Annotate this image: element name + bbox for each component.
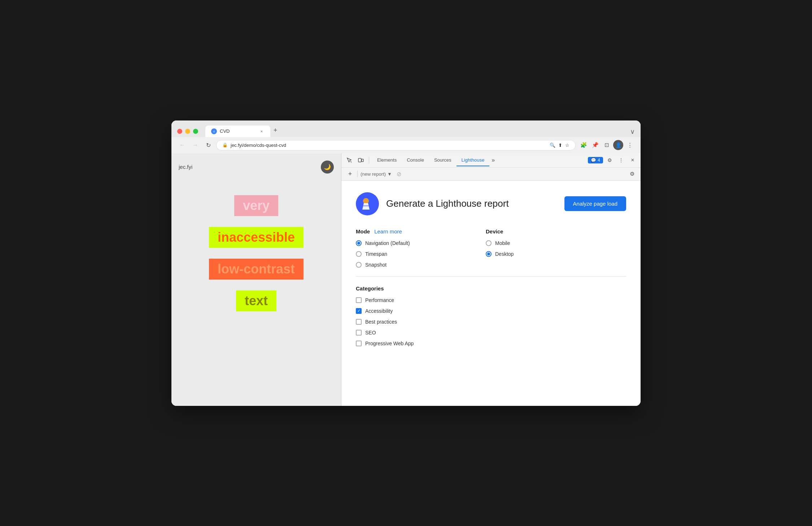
issues-badge[interactable]: 💬 4: [588, 157, 603, 163]
device-toggle-button[interactable]: [356, 155, 366, 165]
accessibility-label: Accessibility: [365, 308, 393, 314]
tab-lighthouse[interactable]: Lighthouse: [457, 154, 490, 166]
more-tabs-button[interactable]: »: [489, 155, 497, 165]
analyze-page-load-button[interactable]: Analyze page load: [564, 196, 626, 211]
very-text: very: [243, 198, 270, 213]
tab-sources[interactable]: Sources: [429, 154, 457, 166]
lighthouse-add-button[interactable]: +: [346, 170, 354, 178]
tab-title: CVD: [220, 128, 256, 134]
lighthouse-title: Generate a Lighthouse report: [386, 198, 557, 209]
address-text: jec.fyi/demo/cds-quest-cvd: [231, 143, 547, 148]
device-header: Device: [486, 228, 587, 234]
maximize-traffic-light[interactable]: [193, 129, 198, 134]
forward-button[interactable]: →: [190, 140, 200, 150]
window-controls-end[interactable]: ∨: [630, 128, 635, 136]
timespan-label: Timespan: [365, 251, 387, 257]
navigation-radio[interactable]: [356, 240, 362, 246]
content-area: jec.fyi 🌙 very inaccessible low-contrast…: [171, 153, 641, 406]
category-best-practices[interactable]: Best practices: [356, 319, 626, 325]
tab-console[interactable]: Console: [402, 154, 429, 166]
seo-label: SEO: [365, 330, 376, 336]
categories-section: Categories Performance ✓ Accessibility: [356, 285, 626, 346]
devtools-panel: Elements Console Sources Lighthouse »: [341, 153, 641, 406]
mode-navigation[interactable]: Navigation (Default): [356, 240, 457, 246]
device-section: Device Mobile Desktop: [486, 228, 587, 268]
performance-checkbox[interactable]: [356, 297, 362, 303]
toolbar-separator: [369, 157, 369, 164]
webpage-header: jec.fyi 🌙: [171, 161, 341, 174]
more-options-button[interactable]: ⋮: [625, 140, 635, 150]
address-bar[interactable]: 🔒 jec.fyi/demo/cds-quest-cvd 🔍 ⬆ ☆: [216, 140, 576, 150]
browser-window: d CVD × + ∨ ← → ↻ 🔒 jec.fyi/demo/cds-que…: [171, 120, 641, 406]
issues-count: 4: [598, 158, 600, 163]
back-button[interactable]: ←: [177, 140, 187, 150]
split-screen-icon[interactable]: ⊡: [602, 140, 612, 150]
pwa-label: Progressive Web App: [365, 341, 414, 346]
webpage-content: very inaccessible low-contrast text: [171, 188, 341, 319]
best-practices-label: Best practices: [365, 319, 397, 325]
snapshot-label: Snapshot: [365, 262, 387, 268]
tab-close-button[interactable]: ×: [259, 128, 265, 134]
text-low-contrast: low-contrast: [209, 259, 304, 280]
report-selector[interactable]: (new report) ▼: [361, 171, 392, 177]
pwa-checkbox[interactable]: [356, 341, 362, 346]
dark-mode-button[interactable]: 🌙: [321, 161, 334, 174]
category-accessibility[interactable]: ✓ Accessibility: [356, 308, 626, 314]
devtools-more-button[interactable]: ⋮: [616, 155, 626, 165]
mode-section: Mode Learn more Navigation (Default) Tim…: [356, 228, 457, 268]
seo-checkbox[interactable]: [356, 330, 362, 336]
lighthouse-main-content: Generate a Lighthouse report Analyze pag…: [341, 181, 641, 406]
nav-bar: ← → ↻ 🔒 jec.fyi/demo/cds-quest-cvd 🔍 ⬆ ☆…: [171, 137, 641, 153]
lock-icon: 🔒: [222, 143, 228, 148]
section-divider: [356, 276, 626, 277]
timespan-radio[interactable]: [356, 251, 362, 257]
traffic-lights: [177, 129, 198, 134]
lighthouse-subtoolbar: + (new report) ▼ ⊘ ⚙: [341, 168, 641, 181]
mode-timespan[interactable]: Timespan: [356, 251, 457, 257]
pin-icon[interactable]: 📌: [590, 140, 600, 150]
extensions-icon[interactable]: 🧩: [579, 140, 589, 150]
nav-actions: 🧩 📌 ⊡ 👤 ⋮: [579, 140, 635, 150]
devtools-close-button[interactable]: ×: [628, 155, 638, 165]
device-mobile[interactable]: Mobile: [486, 240, 587, 246]
reload-button[interactable]: ↻: [203, 140, 213, 150]
devtools-toolbar: Elements Console Sources Lighthouse »: [341, 153, 641, 168]
issues-icon: 💬: [591, 158, 596, 163]
mode-snapshot[interactable]: Snapshot: [356, 262, 457, 268]
snapshot-radio[interactable]: [356, 262, 362, 268]
tab-elements[interactable]: Elements: [372, 154, 402, 166]
svg-rect-4: [362, 159, 363, 162]
close-traffic-light[interactable]: [177, 129, 182, 134]
learn-more-link[interactable]: Learn more: [374, 228, 402, 234]
text-very: very: [234, 195, 278, 216]
device-desktop[interactable]: Desktop: [486, 251, 587, 257]
mode-header: Mode Learn more: [356, 228, 457, 234]
report-placeholder: (new report): [361, 171, 386, 177]
low-contrast-text: low-contrast: [218, 262, 295, 276]
inspect-element-button[interactable]: [344, 155, 354, 165]
device-title: Device: [486, 228, 503, 234]
mobile-label: Mobile: [495, 240, 510, 246]
block-button[interactable]: ⊘: [395, 170, 403, 178]
best-practices-checkbox[interactable]: [356, 319, 362, 325]
mobile-radio[interactable]: [486, 240, 492, 246]
devtools-tabs: Elements Console Sources Lighthouse »: [372, 154, 586, 166]
category-performance[interactable]: Performance: [356, 297, 626, 303]
minimize-traffic-light[interactable]: [185, 129, 190, 134]
accessibility-checkbox[interactable]: ✓: [356, 308, 362, 314]
text-inaccessible: inaccessible: [209, 227, 304, 248]
devtools-settings-button[interactable]: ⚙: [604, 155, 615, 165]
profile-button[interactable]: 👤: [613, 140, 623, 150]
webpage-panel: jec.fyi 🌙 very inaccessible low-contrast…: [171, 153, 341, 406]
lighthouse-logo: [356, 192, 379, 215]
mode-device-row: Mode Learn more Navigation (Default) Tim…: [356, 228, 626, 268]
lh-settings-button[interactable]: ⚙: [628, 170, 636, 178]
desktop-radio[interactable]: [486, 251, 492, 257]
svg-text:d: d: [213, 130, 215, 133]
lh-separator: [357, 171, 358, 177]
svg-rect-8: [363, 205, 369, 206]
category-pwa[interactable]: Progressive Web App: [356, 341, 626, 346]
new-tab-button[interactable]: +: [270, 126, 280, 136]
active-tab[interactable]: d CVD ×: [205, 126, 270, 137]
category-seo[interactable]: SEO: [356, 330, 626, 336]
